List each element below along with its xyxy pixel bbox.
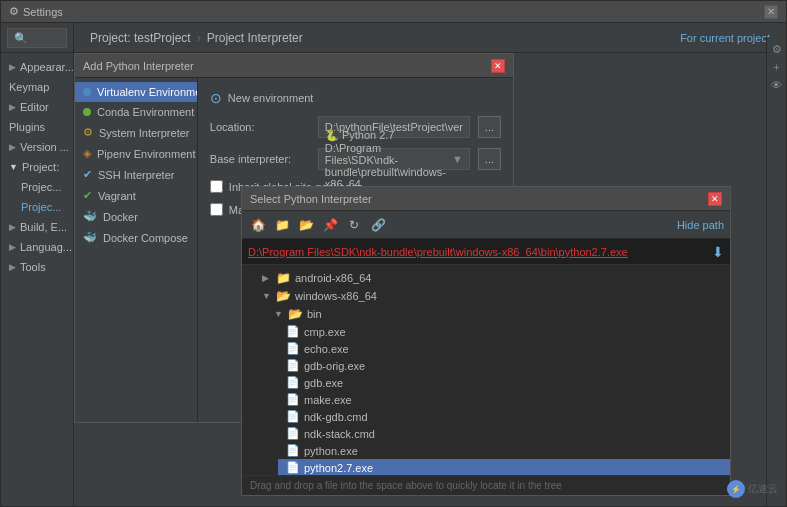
system-icon: ⚙: [83, 126, 93, 139]
arrow-icon: ▶: [9, 222, 16, 232]
eye-button[interactable]: 👁: [769, 77, 785, 93]
for-current: For current project: [680, 32, 770, 44]
virtualenv-icon: [83, 88, 91, 96]
sidebar-item-build[interactable]: ▶ Build, E...: [1, 217, 73, 237]
interp-label: Docker Compose: [103, 232, 188, 244]
sidebar-item-keymap[interactable]: Keymap: [1, 77, 73, 97]
settings-sidebar: ▶ Appearar... Keymap ▶ Editor Plugins ▶ …: [1, 53, 74, 506]
link-button[interactable]: 🔗: [368, 215, 388, 235]
pipenv-icon: ◈: [83, 147, 91, 160]
close-button[interactable]: ✕: [764, 5, 778, 19]
search-input[interactable]: [7, 28, 67, 48]
ssh-icon: ✔: [83, 168, 92, 181]
interp-label: Pipenv Environment: [97, 148, 195, 160]
folder-button[interactable]: 📁: [272, 215, 292, 235]
dropdown-arrow: ▼: [452, 153, 463, 165]
sidebar-label: Keymap: [9, 81, 49, 93]
new-environment-radio[interactable]: ⊙ New environment: [210, 90, 501, 106]
interp-item-pipenv[interactable]: ◈ Pipenv Environment: [75, 143, 197, 164]
tree-arrow-icon: ▼: [262, 291, 272, 301]
breadcrumb-sep: ›: [197, 31, 201, 45]
tree-item-python[interactable]: 📄 python.exe: [278, 442, 730, 459]
sidebar-item-plugins[interactable]: Plugins: [1, 117, 73, 137]
tree-label: python2.7.exe: [304, 462, 373, 474]
tree-item-cmp[interactable]: 📄 cmp.exe: [278, 323, 730, 340]
tree-label: python.exe: [304, 445, 358, 457]
tree-item-ndk-stack[interactable]: 📄 ndk-stack.cmd: [278, 425, 730, 442]
sidebar-label: Projec...: [21, 201, 61, 213]
breadcrumb-page: Project Interpreter: [207, 31, 303, 45]
tree-item-android[interactable]: ▶ 📁 android-x86_64: [254, 269, 730, 287]
make-available-checkbox[interactable]: [210, 203, 223, 216]
sidebar-item-project[interactable]: ▼ Project:: [1, 157, 73, 177]
sidebar-item-editor[interactable]: ▶ Editor: [1, 97, 73, 117]
sidebar-label: Project:: [22, 161, 59, 173]
tree-item-make[interactable]: 📄 make.exe: [278, 391, 730, 408]
tree-item-bin[interactable]: ▼ 📂 bin: [266, 305, 730, 323]
tree-item-gdb-orig[interactable]: 📄 gdb-orig.exe: [278, 357, 730, 374]
sidebar-label: Build, E...: [20, 221, 67, 233]
base-interpreter-row: Base interpreter: 🐍 Python 2.7 D:\Progra…: [210, 148, 501, 170]
add-right-button[interactable]: +: [769, 59, 785, 75]
file-icon: 📄: [286, 410, 300, 423]
tree-item-ndk-gdb[interactable]: 📄 ndk-gdb.cmd: [278, 408, 730, 425]
tree-item-echo[interactable]: 📄 echo.exe: [278, 340, 730, 357]
interp-label: Docker: [103, 211, 138, 223]
sidebar-label: Tools: [20, 261, 46, 273]
base-label: Base interpreter:: [210, 153, 310, 165]
interp-item-docker-compose[interactable]: 🐳 Docker Compose: [75, 227, 197, 248]
base-browse-button[interactable]: ...: [478, 148, 501, 170]
base-interpreter-dropdown[interactable]: 🐍 Python 2.7 D:\Program Files\SDK\ndk-bu…: [318, 148, 470, 170]
interp-label: Vagrant: [98, 190, 136, 202]
sidebar-item-languages[interactable]: ▶ Languag...: [1, 237, 73, 257]
interp-item-virtualenv[interactable]: Virtualenv Environment: [75, 82, 197, 102]
bookmark-button[interactable]: 📌: [320, 215, 340, 235]
gear-button[interactable]: ⚙: [769, 41, 785, 57]
inherit-checkbox[interactable]: [210, 180, 223, 193]
sidebar-item-project-sub2[interactable]: Projec...: [1, 197, 73, 217]
file-icon: 📄: [286, 342, 300, 355]
interp-item-vagrant[interactable]: ✔ Vagrant: [75, 185, 197, 206]
drag-hint: Drag and drop a file into the space abov…: [242, 475, 730, 495]
tree-item-gdb[interactable]: 📄 gdb.exe: [278, 374, 730, 391]
sidebar-item-project-sub1[interactable]: Projec...: [1, 177, 73, 197]
home-button[interactable]: 🏠: [248, 215, 268, 235]
sidebar-item-tools[interactable]: ▶ Tools: [1, 257, 73, 277]
tree-label: gdb.exe: [304, 377, 343, 389]
dialog-title-bar: Add Python Interpreter ✕: [75, 54, 513, 78]
settings-window: ⚙ Settings ✕ Project: testProject › Proj…: [0, 0, 787, 507]
sidebar-label: Editor: [20, 101, 49, 113]
file-icon: 📄: [286, 427, 300, 440]
refresh-button[interactable]: ↻: [344, 215, 364, 235]
select-close-button[interactable]: ✕: [708, 192, 722, 206]
arrow-icon: ▼: [9, 162, 18, 172]
sidebar-item-appearance[interactable]: ▶ Appearar...: [1, 57, 73, 77]
folder-icon: 📂: [288, 307, 303, 321]
download-icon: ⬇: [712, 244, 724, 260]
arrow-icon: ▶: [9, 142, 16, 152]
interp-item-system[interactable]: ⚙ System Interpreter: [75, 122, 197, 143]
watermark-logo: ⚡: [727, 480, 745, 498]
file-tree: ▶ 📁 android-x86_64 ▼ 📂 windows-x86_64 ▼ …: [242, 265, 730, 475]
window-title: Settings: [23, 6, 63, 18]
tree-item-windows[interactable]: ▼ 📂 windows-x86_64: [254, 287, 730, 305]
tree-label: ndk-gdb.cmd: [304, 411, 368, 423]
new-folder-button[interactable]: 📂: [296, 215, 316, 235]
hide-path-button[interactable]: Hide path: [677, 219, 724, 231]
settings-icon: ⚙: [9, 5, 19, 18]
watermark: ⚡ 亿速云: [727, 480, 778, 498]
tree-item-python27[interactable]: 📄 python2.7.exe: [278, 459, 730, 475]
location-browse-button[interactable]: ...: [478, 116, 501, 138]
tree-label: ndk-stack.cmd: [304, 428, 375, 440]
tree-label: gdb-orig.exe: [304, 360, 365, 372]
sidebar-item-version[interactable]: ▶ Version ...: [1, 137, 73, 157]
sidebar-label: Projec...: [21, 181, 61, 193]
radio-label: New environment: [228, 92, 314, 104]
arrow-icon: ▶: [9, 102, 16, 112]
sidebar-label: Appearar...: [20, 61, 74, 73]
tree-label: make.exe: [304, 394, 352, 406]
dialog-close-button[interactable]: ✕: [491, 59, 505, 73]
interp-item-docker[interactable]: 🐳 Docker: [75, 206, 197, 227]
interp-item-conda[interactable]: Conda Environment: [75, 102, 197, 122]
interp-item-ssh[interactable]: ✔ SSH Interpreter: [75, 164, 197, 185]
